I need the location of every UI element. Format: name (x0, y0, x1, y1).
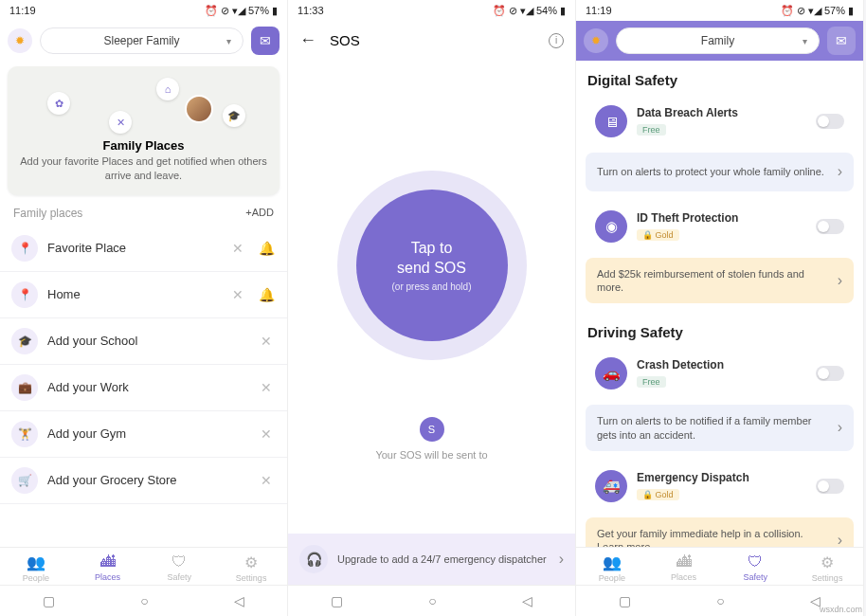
place-label: Home (47, 287, 219, 301)
place-icon: 🏋 (11, 421, 38, 447)
toggle-switch[interactable] (816, 114, 844, 129)
feature-info: Data Breach Alerts Free (637, 106, 806, 136)
map-pin-school-icon[interactable]: 🎓 (223, 104, 245, 127)
safety-icon: 🛡 (748, 553, 763, 571)
status-bar: 11:19 ⏰ ⊘ ▾◢ 57% ▮ (576, 0, 863, 21)
bell-icon[interactable]: 🔔 (257, 285, 276, 304)
banner-text: Add $25k reimbursement of stolen funds a… (597, 267, 830, 295)
status-icons: ⏰ ⊘ ▾◢ 54% ▮ (493, 5, 566, 17)
sos-sub: (or press and hold) (392, 281, 472, 292)
map-subtitle: Add your favorite Places and get notifie… (19, 154, 268, 184)
sys-back[interactable]: ◁ (522, 593, 532, 608)
chevron-right-icon: › (559, 551, 564, 568)
feature-title: Crash Detection (637, 358, 806, 371)
nav-safety[interactable]: 🛡Safety (144, 553, 216, 583)
idtheft-banner[interactable]: Add $25k reimbursement of stolen funds a… (586, 258, 854, 304)
upgrade-banner[interactable]: 🎧 Upgrade to add a 24/7 emergency dispat… (288, 534, 575, 585)
phone-places: 11:19 ⏰ ⊘ ▾◢ 57% ▮ ✹ Sleeper Family ✉ ✿ … (0, 0, 288, 616)
sys-recent[interactable]: ▢ (43, 593, 55, 608)
close-icon[interactable]: ✕ (257, 425, 276, 444)
back-arrow-icon[interactable]: ← (299, 30, 316, 50)
mail-button[interactable]: ✉ (251, 27, 280, 55)
status-time: 11:19 (586, 5, 612, 16)
dispatch-banner[interactable]: Get your family immediate help in a coll… (586, 517, 854, 547)
crash-banner[interactable]: Turn on alerts to be notified if a famil… (586, 405, 854, 451)
map-pin-flower-icon[interactable]: ✿ (47, 92, 70, 115)
status-icons: ⏰ ⊘ ▾◢ 57% ▮ (205, 5, 278, 17)
section-label: Family places (13, 207, 82, 220)
nav-places[interactable]: 🏙Places (648, 553, 720, 583)
info-icon[interactable]: i (549, 33, 564, 48)
sys-home[interactable]: ○ (716, 593, 724, 608)
nav-settings[interactable]: ⚙Settings (215, 553, 287, 583)
tier-badge: 🔒 Gold (637, 229, 679, 241)
sys-back[interactable]: ◁ (234, 593, 244, 608)
place-row[interactable]: 📍Favorite Place✕🔔 (0, 226, 287, 272)
place-row[interactable]: 📍Home✕🔔 (0, 272, 287, 318)
badge-icon[interactable]: ✹ (8, 28, 32, 53)
map-pin-home-icon[interactable]: ⌂ (156, 78, 179, 100)
section-header: Family places +ADD (0, 201, 287, 226)
map-title: Family Places (19, 138, 268, 153)
mail-button[interactable]: ✉ (827, 27, 856, 55)
tier-badge: Free (637, 124, 666, 136)
feature-data-breach: 🖥 Data Breach Alerts Free (586, 96, 854, 147)
place-row[interactable]: 🛒Add your Grocery Store✕ (0, 458, 287, 504)
map-card[interactable]: ✿ ✕ ⌂ 🎓 Family Places Add your favorite … (8, 66, 280, 195)
place-row[interactable]: 🎓Add your School✕ (0, 318, 287, 365)
chevron-right-icon: › (838, 418, 842, 438)
safety-content[interactable]: Digital Safety 🖥 Data Breach Alerts Free… (576, 61, 863, 547)
breach-banner[interactable]: Turn on alerts to protect your whole fam… (586, 153, 854, 191)
close-icon[interactable]: ✕ (228, 239, 247, 258)
toggle-switch[interactable] (816, 366, 844, 381)
sys-home[interactable]: ○ (428, 593, 436, 608)
bell-icon[interactable]: 🔔 (257, 239, 276, 258)
family-dropdown[interactable]: Sleeper Family (40, 27, 244, 54)
sys-recent[interactable]: ▢ (331, 593, 343, 608)
toggle-switch[interactable] (816, 219, 844, 234)
place-icon: 💼 (11, 374, 38, 401)
monitor-icon: 🖥 (595, 105, 627, 137)
nav-places[interactable]: 🏙Places (72, 553, 144, 583)
nav-people[interactable]: 👥People (576, 553, 648, 583)
map-pin-food-icon[interactable]: ✕ (109, 111, 132, 134)
close-icon[interactable]: ✕ (228, 285, 247, 304)
family-dropdown[interactable]: Family (616, 27, 820, 54)
upgrade-text: Upgrade to add a 24/7 emergency dispatch… (337, 553, 550, 566)
place-row[interactable]: 💼Add your Work✕ (0, 365, 287, 411)
nav-safety[interactable]: 🛡Safety (720, 553, 792, 583)
sys-recent[interactable]: ▢ (619, 593, 631, 608)
add-place-button[interactable]: +ADD (245, 207, 274, 220)
place-label: Add your Gym (47, 426, 247, 441)
recipient-avatar[interactable]: S (420, 417, 444, 442)
close-icon[interactable]: ✕ (257, 332, 276, 351)
close-icon[interactable]: ✕ (257, 378, 276, 397)
badge-icon[interactable]: ✹ (584, 28, 608, 53)
place-label: Add your Work (47, 380, 247, 394)
phone-sos: 11:33 ⏰ ⊘ ▾◢ 54% ▮ ← SOS i Tap to send S… (288, 0, 576, 616)
place-label: Add your School (47, 334, 247, 348)
fingerprint-icon: ◉ (595, 210, 627, 243)
page-title: SOS (330, 32, 535, 48)
car-icon: 🚗 (595, 357, 627, 390)
tier-badge: Free (637, 376, 666, 388)
sos-button[interactable]: Tap to send SOS (or press and hold) (356, 190, 508, 341)
ambulance-icon: 🚑 (595, 470, 627, 502)
system-nav: ▢ ○ ◁ (0, 585, 287, 616)
toggle-switch[interactable] (816, 479, 844, 494)
feature-info: Crash Detection Free (637, 358, 806, 389)
nav-settings[interactable]: ⚙Settings (791, 553, 863, 583)
feature-dispatch: 🚑 Emergency Dispatch 🔒 Gold (586, 461, 854, 512)
place-row[interactable]: 🏋Add your Gym✕ (0, 411, 287, 458)
system-nav: ▢ ○ ◁ (288, 585, 575, 616)
map-avatar[interactable] (185, 95, 213, 123)
feature-crash: 🚗 Crash Detection Free (586, 348, 854, 399)
nav-people[interactable]: 👥People (0, 553, 72, 583)
chevron-right-icon: › (838, 162, 842, 182)
sos-text-1: Tap to (411, 239, 453, 259)
sos-area: Tap to send SOS (or press and hold) S Yo… (288, 60, 575, 534)
close-icon[interactable]: ✕ (257, 471, 276, 490)
sys-home[interactable]: ○ (140, 593, 148, 608)
tier-badge: 🔒 Gold (637, 489, 679, 500)
place-icon: 🎓 (11, 328, 38, 354)
